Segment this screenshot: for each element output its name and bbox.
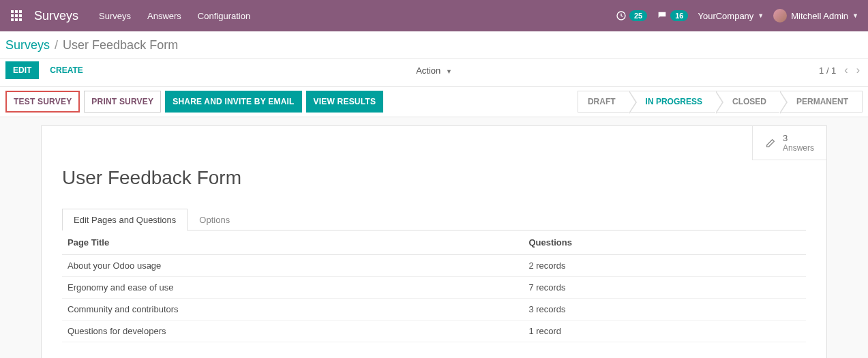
row-questions: 7 records (523, 277, 806, 299)
create-button[interactable]: Create (43, 62, 89, 78)
control-row: Surveys / User Feedback Form (0, 31, 868, 59)
caret-down-icon: ▼ (446, 68, 452, 75)
statusbar: DRAFT IN PROGRESS CLOSED PERMANENT (578, 91, 863, 113)
row-title: Questions for developers (62, 320, 523, 342)
pager-next[interactable]: › (856, 64, 860, 76)
row-title: Ergonomy and ease of use (62, 277, 523, 299)
action-bar: TEST SURVEY PRINT SURVEY SHARE AND INVIT… (0, 86, 868, 117)
messages-indicator[interactable]: 16 (657, 10, 688, 21)
brand: Surveys (27, 9, 92, 23)
status-closed[interactable]: CLOSED (716, 91, 780, 113)
page-title: User Feedback Form (62, 167, 806, 189)
col-questions[interactable]: Questions (523, 230, 806, 255)
table-row[interactable]: Ergonomy and ease of use 7 records (62, 277, 806, 299)
test-survey-button[interactable]: TEST SURVEY (5, 91, 80, 113)
user-name: Mitchell Admin (791, 11, 848, 21)
top-nav: Surveys Surveys Answers Configuration 25… (0, 0, 868, 31)
row-title: About your Odoo usage (62, 255, 523, 277)
edit-icon (765, 138, 776, 149)
table-header-row: Page Title Questions (62, 230, 806, 255)
activity-indicator[interactable]: 25 (616, 10, 647, 21)
nav-links: Surveys Answers Configuration (92, 5, 257, 27)
breadcrumb-current: User Feedback Form (63, 38, 178, 52)
control-row-2: Edit Create Action ▼ 1 / 1 ‹ › (0, 59, 868, 86)
tab-pages[interactable]: Edit Pages and Questions (62, 209, 188, 230)
pager-range: 1 / 1 (819, 65, 836, 76)
table-row[interactable]: About your Odoo usage 2 records (62, 255, 806, 277)
action-dropdown[interactable]: Action ▼ (416, 65, 452, 76)
activity-count: 25 (629, 10, 647, 21)
pager: 1 / 1 ‹ › (819, 64, 860, 76)
avatar (773, 9, 787, 23)
tabs: Edit Pages and Questions Options (62, 208, 806, 230)
print-survey-button[interactable]: PRINT SURVEY (84, 91, 161, 113)
status-in-progress[interactable]: IN PROGRESS (629, 91, 716, 113)
view-results-button[interactable]: VIEW RESULTS (306, 91, 384, 113)
user-menu[interactable]: Mitchell Admin ▼ (773, 9, 858, 23)
action-label: Action (416, 65, 440, 76)
row-questions: 3 records (523, 299, 806, 320)
caret-down-icon: ▼ (758, 12, 764, 19)
chat-icon (657, 10, 668, 21)
nav-link-surveys[interactable]: Surveys (92, 5, 138, 27)
status-permanent[interactable]: PERMANENT (780, 91, 863, 113)
sheet-inner: User Feedback Form Edit Pages and Questi… (42, 126, 826, 358)
pages-table: Page Title Questions About your Odoo usa… (62, 230, 806, 342)
messages-count: 16 (670, 10, 688, 21)
clock-icon (616, 10, 627, 21)
edit-button[interactable]: Edit (5, 61, 39, 79)
row-title: Community and contributors (62, 299, 523, 320)
apps-icon[interactable] (5, 5, 27, 27)
caret-down-icon: ▼ (852, 12, 858, 19)
row-questions: 2 records (523, 255, 806, 277)
tab-options[interactable]: Options (188, 209, 241, 230)
table-row[interactable]: Questions for developers 1 record (62, 320, 806, 342)
row-questions: 1 record (523, 320, 806, 342)
company-name: YourCompany (698, 11, 753, 21)
form-sheet: 3 Answers User Feedback Form Edit Pages … (41, 125, 827, 358)
breadcrumb: Surveys / User Feedback Form (5, 38, 178, 53)
pager-prev[interactable]: ‹ (844, 64, 848, 76)
stat-buttons: 3 Answers (752, 126, 826, 160)
col-page-title[interactable]: Page Title (62, 230, 523, 255)
status-draft[interactable]: DRAFT (578, 91, 629, 113)
nav-link-configuration[interactable]: Configuration (191, 5, 257, 27)
answers-stat-button[interactable]: 3 Answers (753, 126, 826, 160)
answers-label: Answers (783, 143, 814, 153)
sheet-wrap: 3 Answers User Feedback Form Edit Pages … (0, 125, 868, 358)
breadcrumb-sep: / (53, 38, 59, 52)
share-button[interactable]: SHARE AND INVITE BY EMAIL (165, 91, 301, 113)
table-row[interactable]: Community and contributors 3 records (62, 299, 806, 320)
nav-link-answers[interactable]: Answers (140, 5, 188, 27)
answers-count: 3 (783, 133, 814, 143)
breadcrumb-root[interactable]: Surveys (5, 38, 50, 52)
company-switcher[interactable]: YourCompany ▼ (698, 11, 764, 21)
nav-right: 25 16 YourCompany ▼ Mitchell Admin ▼ (616, 9, 863, 23)
